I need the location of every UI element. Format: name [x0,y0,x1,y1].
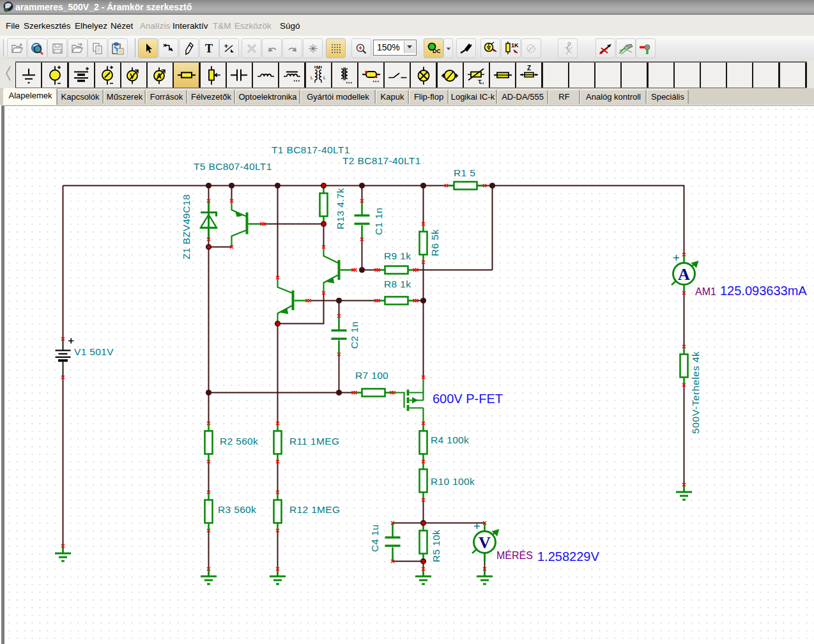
svg-text:R5 10k: R5 10k [431,530,442,562]
svg-text:500V-Terheles 4k: 500V-Terheles 4k [690,351,701,434]
svg-text:R8 1k: R8 1k [384,279,411,289]
svg-text:T1 BC817-40LT1: T1 BC817-40LT1 [272,144,350,155]
svg-text:1.258229V: 1.258229V [537,549,599,564]
svg-text:T2 BC817-40LT1: T2 BC817-40LT1 [342,155,421,166]
svg-text:C1 1n: C1 1n [373,208,384,235]
svg-text:R12 1MEG: R12 1MEG [289,504,340,515]
svg-text:V: V [479,533,491,552]
svg-text:C2 1n: C2 1n [349,321,360,349]
svg-text:R11 1MEG: R11 1MEG [289,436,339,447]
svg-text:AM1: AM1 [695,286,716,297]
svg-text:R3 560k: R3 560k [218,504,256,515]
svg-text:R10 100k: R10 100k [431,476,475,487]
svg-text:A: A [678,265,690,284]
svg-text:R2 560k: R2 560k [220,436,258,447]
svg-text:Z1 BZV49C18: Z1 BZV49C18 [181,194,192,259]
svg-text:MÉRÉS: MÉRÉS [496,549,533,561]
svg-text:C4 1u: C4 1u [369,525,380,552]
svg-text:V1 501V: V1 501V [74,346,114,357]
svg-text:R1 5: R1 5 [454,167,475,178]
svg-text:R9 1k: R9 1k [384,250,411,261]
svg-text:T5 BC807-40LT1: T5 BC807-40LT1 [194,161,272,172]
svg-text:R13 4.7k: R13 4.7k [335,188,346,229]
svg-text:R6 5k: R6 5k [429,229,440,256]
svg-text:600V P-FET: 600V P-FET [433,392,503,406]
svg-text:125.093633mA: 125.093633mA [720,284,807,298]
svg-text:R4 100k: R4 100k [431,434,469,445]
svg-text:R7 100: R7 100 [355,370,388,381]
